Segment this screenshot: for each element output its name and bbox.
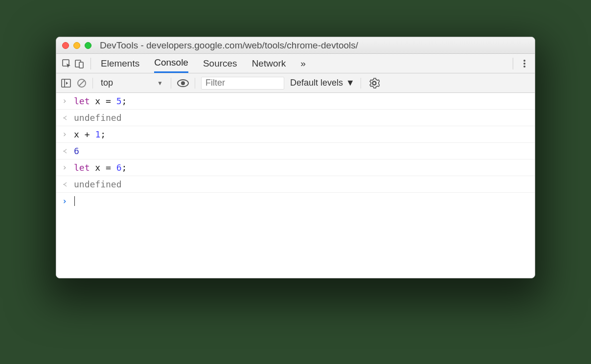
kebab-menu-icon[interactable] xyxy=(518,57,531,70)
output-arrow-icon xyxy=(62,181,69,188)
toggle-sidebar-icon[interactable] xyxy=(61,79,71,88)
tabs: Elements Console Sources Network » xyxy=(96,54,311,73)
console-prompt[interactable]: › xyxy=(56,193,535,209)
separator xyxy=(195,78,195,89)
titlebar: DevTools - developers.google.com/web/too… xyxy=(56,37,535,54)
console-output-row: undefined xyxy=(56,176,535,193)
output-arrow-icon xyxy=(62,114,69,121)
minimize-icon[interactable] xyxy=(73,42,80,49)
clear-console-icon[interactable] xyxy=(77,78,87,88)
svg-point-13 xyxy=(63,117,64,118)
svg-point-4 xyxy=(523,63,525,65)
device-toolbar-icon[interactable] xyxy=(73,57,86,70)
tab-console[interactable]: Console xyxy=(154,54,188,73)
code-content: undefined xyxy=(74,180,122,189)
separator xyxy=(361,78,361,89)
tab-sources[interactable]: Sources xyxy=(203,54,237,73)
svg-line-9 xyxy=(79,80,85,86)
chevron-down-icon: ▼ xyxy=(157,80,163,87)
log-levels-select[interactable]: Default levels ▼ xyxy=(290,78,355,88)
svg-point-14 xyxy=(63,151,64,152)
code-content: let x = 5; xyxy=(74,97,127,106)
code-content: 6 xyxy=(74,147,79,156)
levels-label: Default levels xyxy=(290,78,343,88)
svg-point-12 xyxy=(373,82,376,85)
tab-elements[interactable]: Elements xyxy=(101,54,139,73)
console-input-row[interactable]: ›let x = 5; xyxy=(56,93,535,110)
window-title: DevTools - developers.google.com/web/too… xyxy=(100,40,358,51)
separator xyxy=(91,58,91,69)
console-toolbar: top ▼ Default levels ▼ xyxy=(56,73,535,93)
devtools-tabbar: Elements Console Sources Network » xyxy=(56,54,535,73)
maximize-icon[interactable] xyxy=(85,42,91,49)
input-arrow-icon: › xyxy=(62,163,69,172)
separator xyxy=(171,78,171,89)
input-arrow-icon: › xyxy=(62,97,69,105)
filter-input[interactable] xyxy=(201,77,284,90)
console-output-row: 6 xyxy=(56,143,535,159)
separator xyxy=(92,78,93,89)
code-content: x + 1; xyxy=(74,130,106,139)
prompt-arrow-icon: › xyxy=(62,197,69,205)
console-body: ›let x = 5;undefined›x + 1;6›let x = 6;u… xyxy=(56,93,535,209)
svg-point-3 xyxy=(523,60,525,62)
output-arrow-icon xyxy=(62,148,69,155)
context-label: top xyxy=(101,78,113,88)
close-icon[interactable] xyxy=(62,42,69,49)
code-content: undefined xyxy=(74,114,122,122)
execution-context-select[interactable]: top ▼ xyxy=(99,77,165,89)
svg-point-5 xyxy=(523,66,525,68)
console-output-row: undefined xyxy=(56,110,535,126)
input-arrow-icon: › xyxy=(62,130,69,138)
separator xyxy=(513,58,513,69)
cursor xyxy=(74,196,75,206)
gear-icon[interactable] xyxy=(369,78,380,89)
code-content: let x = 6; xyxy=(74,163,127,172)
console-input-row[interactable]: ›x + 1; xyxy=(56,126,535,143)
empty-area[interactable] xyxy=(56,209,535,278)
svg-point-11 xyxy=(181,81,185,85)
tabs-overflow[interactable]: » xyxy=(300,54,306,73)
svg-rect-2 xyxy=(79,62,83,68)
traffic-lights xyxy=(62,42,91,49)
tab-network[interactable]: Network xyxy=(252,54,286,73)
live-expression-icon[interactable] xyxy=(177,79,189,87)
devtools-window: DevTools - developers.google.com/web/too… xyxy=(56,37,535,278)
svg-point-15 xyxy=(63,184,64,185)
console-input-row[interactable]: ›let x = 6; xyxy=(56,159,535,176)
inspect-element-icon[interactable] xyxy=(60,57,73,70)
chevron-down-icon: ▼ xyxy=(346,78,355,88)
